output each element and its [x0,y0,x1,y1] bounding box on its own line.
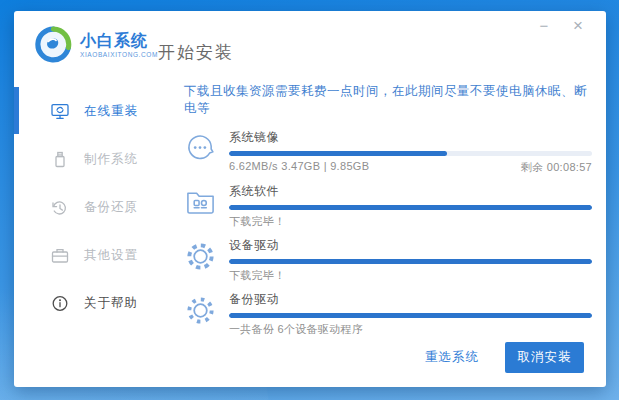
footer-actions: 重选系统 取消安装 [425,342,584,373]
task-name: 系统软件 [229,181,592,200]
task-row-system-software: 系统软件 下载完毕！ [184,181,592,229]
task-name: 备份驱动 [229,289,592,308]
progress-fill [229,259,592,264]
progress-bar [229,259,592,264]
reselect-system-button[interactable]: 重选系统 [425,349,479,366]
task-time-remaining: 剩余 00:08:57 [521,160,592,175]
task-list: 系统镜像 6.62MB/s 3.47GB | 9.85GB 剩余 00:08:5… [184,127,592,337]
task-row-device-driver: 设备驱动 下载完毕！ [184,235,592,283]
progress-fill [229,151,447,156]
backup-gear-icon [185,295,216,326]
software-folder-icon [185,187,216,218]
task-status-left: 6.62MB/s 3.47GB | 9.85GB [229,160,369,175]
task-row-backup-driver: 备份驱动 一共备份 6个设备驱动程序 [184,289,592,337]
brand-name: 小白系统 [80,32,158,50]
logo-globe-icon [35,26,72,63]
page-title: 开始安装 [158,41,234,64]
main-content: 下载且收集资源需要耗费一点时间，在此期间尽量不要使电脑休眠、断电等 系统镜像 [184,83,592,343]
sidebar-item-label: 关于帮助 [84,295,138,312]
active-item-indicator [14,87,19,134]
sidebar-item-label: 在线重装 [84,103,138,120]
download-notice: 下载且收集资源需要耗费一点时间，在此期间尽量不要使电脑休眠、断电等 [184,83,592,117]
app-logo: 小白系统 XIAOBAIXITONG.COM [35,26,158,63]
task-row-system-image: 系统镜像 6.62MB/s 3.47GB | 9.85GB 剩余 00:08:5… [184,127,592,175]
progress-bar [229,313,592,318]
usb-make-icon [51,151,69,168]
info-icon [51,295,69,312]
window-controls: − × [534,17,588,35]
task-name: 系统镜像 [229,127,592,146]
gear-icon [185,241,216,272]
cloud-download-icon [185,133,216,164]
sidebar-item-backup-restore[interactable]: 备份还原 [14,183,182,231]
task-status-left: 下载完毕！ [229,268,286,283]
progress-bar [229,151,592,156]
minimize-button[interactable]: − [534,17,554,35]
task-status-left: 下载完毕！ [229,214,286,229]
task-status-left: 一共备份 6个设备驱动程序 [229,322,363,337]
sidebar-item-make-system[interactable]: 制作系统 [14,135,182,183]
progress-fill [229,205,592,210]
sidebar-item-label: 备份还原 [84,199,138,216]
sidebar-item-other-settings[interactable]: 其他设置 [14,231,182,279]
sidebar-item-about-help[interactable]: 关于帮助 [14,279,182,327]
progress-fill [229,313,592,318]
sidebar-item-label: 其他设置 [84,247,138,264]
brand-text: 小白系统 XIAOBAIXITONG.COM [80,32,158,58]
backup-restore-icon [51,199,69,216]
task-name: 设备驱动 [229,235,592,254]
settings-case-icon [51,247,69,264]
installer-window: − × 小白系统 XIAOBAIXITONG.COM 开始安装 [14,11,606,387]
brand-domain: XIAOBAIXITONG.COM [80,51,158,58]
sidebar-item-online-reinstall[interactable]: 在线重装 [14,87,182,135]
progress-bar [229,205,592,210]
monitor-reinstall-icon [51,103,69,120]
cancel-install-button[interactable]: 取消安装 [505,342,584,373]
close-button[interactable]: × [568,17,588,35]
sidebar-item-label: 制作系统 [84,151,138,168]
sidebar: 在线重装 制作系统 备份还原 [14,87,182,327]
